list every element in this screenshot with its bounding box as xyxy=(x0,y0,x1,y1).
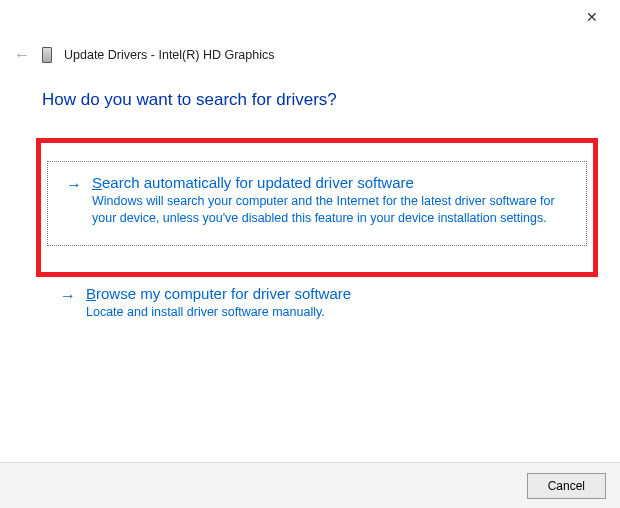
arrow-right-icon: → xyxy=(66,174,82,196)
option-description: Locate and install driver software manua… xyxy=(86,304,584,321)
arrow-right-icon: → xyxy=(60,285,76,307)
option-title: Browse my computer for driver software xyxy=(86,285,584,302)
highlight-box: → Search automatically for updated drive… xyxy=(36,138,598,277)
footer: Cancel xyxy=(0,462,620,508)
option-search-automatically[interactable]: → Search automatically for updated drive… xyxy=(47,161,587,246)
device-icon xyxy=(42,47,52,63)
cancel-button[interactable]: Cancel xyxy=(527,473,606,499)
option-description: Windows will search your computer and th… xyxy=(92,193,568,227)
page-heading: How do you want to search for drivers? xyxy=(42,90,584,110)
back-arrow-icon[interactable]: ← xyxy=(14,46,30,64)
option-title: Search automatically for updated driver … xyxy=(92,174,568,191)
header: ← Update Drivers - Intel(R) HD Graphics xyxy=(14,46,274,64)
close-button[interactable]: ✕ xyxy=(578,5,606,29)
option-browse-computer[interactable]: → Browse my computer for driver software… xyxy=(42,285,584,321)
window-title: Update Drivers - Intel(R) HD Graphics xyxy=(64,48,274,62)
